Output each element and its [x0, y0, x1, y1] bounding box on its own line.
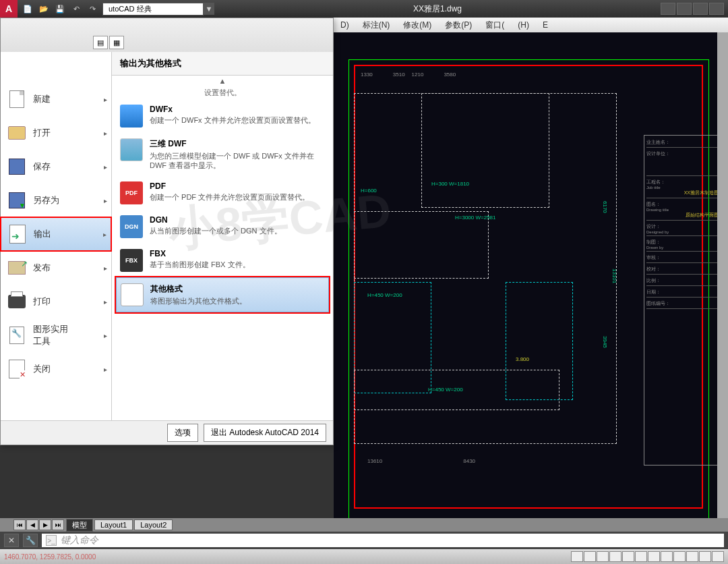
window-controls: [661, 3, 728, 15]
quick-access-toolbar: 📄 📂 💾 ↶ ↷: [18, 3, 102, 15]
options-button[interactable]: 选项: [167, 424, 198, 442]
tb-label: 图名：: [646, 201, 719, 208]
ortho-toggle[interactable]: [597, 551, 609, 562]
tab-nav-prev-icon[interactable]: ◀: [26, 519, 38, 530]
dwfx-icon: [120, 105, 143, 128]
layout2-tab[interactable]: Layout2: [134, 519, 173, 530]
room-label: H=450 W=200: [428, 387, 463, 393]
model-toggle[interactable]: [699, 551, 711, 562]
room-outline: [421, 93, 549, 208]
cmd-config-icon[interactable]: 🔧: [23, 534, 38, 547]
menu-item[interactable]: 标注(N): [356, 18, 397, 32]
disk-icon: [6, 156, 28, 177]
menu-item[interactable]: 参数(P): [438, 18, 479, 32]
vertical-scrollbar[interactable]: [717, 32, 728, 521]
export-entry-dgn[interactable]: DGNDGN从当前图形创建一个或多个 DGN 文件。: [116, 210, 329, 244]
recent-docs-icon[interactable]: ▤: [93, 36, 108, 49]
room-label: H=3000 W=2581: [455, 215, 496, 221]
chevron-right-icon: ▸: [104, 163, 107, 171]
otrack-toggle[interactable]: [635, 551, 647, 562]
cmd-prompt-icon[interactable]: >_: [46, 535, 57, 546]
open-docs-icon[interactable]: ▦: [109, 36, 124, 49]
entry-title: DWFx: [150, 105, 315, 114]
qat-redo-icon[interactable]: ↷: [85, 3, 100, 15]
tb-firm: 设计单位：: [646, 149, 719, 176]
export-entry-dwf3d[interactable]: 三维 DWF为您的三维模型创建一个 DWF 或 DWFx 文件并在 DWF 查看…: [116, 133, 329, 176]
menu-item[interactable]: D): [334, 19, 356, 31]
app-logo[interactable]: A: [0, 0, 18, 18]
appmenu-item-print[interactable]: 打印▸: [1, 285, 111, 318]
dimension-text: 3945: [602, 336, 608, 348]
appmenu-item-label: 打开: [33, 127, 51, 139]
tab-nav-last-icon[interactable]: ⏭: [52, 519, 64, 530]
diskarrow-icon: [6, 190, 28, 211]
chevron-right-icon: ▸: [103, 231, 107, 238]
appmenu-item-label: 保存: [33, 161, 51, 173]
tab-nav-next-icon[interactable]: ▶: [39, 519, 51, 530]
menu-item[interactable]: E: [536, 19, 555, 31]
workspace-dropdown-icon[interactable]: ▼: [204, 3, 214, 15]
ducs-toggle[interactable]: [648, 551, 660, 562]
appmenu-item-tools[interactable]: 图形实用 工具▸: [1, 318, 111, 352]
dyn-toggle[interactable]: [661, 551, 673, 562]
drawing-area[interactable]: 1330 3510 1210 3580 H=600 H=300 W=1810 H…: [334, 32, 728, 532]
export-entry-fbx[interactable]: FBXFBX基于当前图形创建 FBX 文件。: [116, 244, 329, 277]
appmenu-item-publish[interactable]: 发布▸: [1, 251, 111, 285]
exit-button[interactable]: 退出 Autodesk AutoCAD 2014: [204, 424, 326, 442]
appmenu-item-disk[interactable]: 保存▸: [1, 150, 111, 184]
close-icon[interactable]: [709, 3, 724, 15]
scroll-up-indicator[interactable]: ▲: [116, 76, 329, 86]
room-outline: [354, 211, 489, 279]
dimension-text: 1330: [361, 72, 373, 78]
tb-date: 日期：: [646, 287, 719, 298]
cmd-close-icon[interactable]: ✕: [4, 534, 19, 547]
entry-title: 三维 DWF: [150, 138, 325, 150]
tools-icon: [6, 325, 28, 346]
print-icon: [6, 291, 28, 312]
workspace-selector[interactable]: utoCAD 经典: [102, 3, 204, 16]
snap-toggle[interactable]: [571, 551, 583, 562]
anno-toggle[interactable]: [712, 551, 724, 562]
chevron-right-icon: ▸: [104, 130, 107, 137]
help-icon[interactable]: [661, 3, 675, 15]
appmenu-item-folder[interactable]: 打开▸: [1, 116, 111, 150]
grid-toggle[interactable]: [584, 551, 596, 562]
export-entry-dwfx[interactable]: DWFx创建一个 DWFx 文件并允许您设置页面设置替代。: [116, 99, 329, 133]
appmenu-top: ▤ ▦: [1, 18, 333, 52]
dimension-text: 3580: [444, 72, 456, 78]
menu-item[interactable]: 窗口(: [479, 18, 511, 32]
export-entry-other[interactable]: 其他格式将图形输出为其他文件格式。: [116, 277, 329, 312]
dimension-text: 6170: [602, 201, 608, 213]
menu-item[interactable]: 修改(M): [396, 18, 438, 32]
dwf3d-icon: [120, 138, 143, 161]
appmenu-item-close[interactable]: 关闭▸: [1, 352, 111, 386]
menu-item[interactable]: (H): [511, 19, 536, 31]
layout1-tab[interactable]: Layout1: [94, 519, 133, 530]
qat-open-icon[interactable]: 📂: [36, 3, 51, 15]
qat-save-icon[interactable]: 💾: [53, 3, 67, 15]
export-entry-pdf[interactable]: PDFPDF创建一个 PDF 文件并允许您设置页面设置替代。: [116, 176, 329, 210]
entry-desc: 从当前图形创建一个或多个 DGN 文件。: [150, 226, 282, 235]
dimension-text: 8430: [463, 458, 475, 464]
qat-undo-icon[interactable]: ↶: [69, 3, 84, 15]
polar-toggle[interactable]: [609, 551, 621, 562]
appmenu-item-diskarrow[interactable]: 另存为▸: [1, 184, 111, 217]
restore-icon[interactable]: [693, 3, 708, 15]
lwt-toggle[interactable]: [673, 551, 686, 562]
minimize-icon[interactable]: [677, 3, 692, 15]
command-placeholder: 键入命令: [61, 534, 98, 546]
entry-title: DGN: [150, 215, 282, 225]
appmenu-item-label: 输出: [34, 228, 51, 240]
qp-toggle[interactable]: [686, 551, 698, 562]
osnap-toggle[interactable]: [622, 551, 634, 562]
qat-new-icon[interactable]: 📄: [20, 3, 35, 15]
appmenu-item-file[interactable]: 新建▸: [1, 82, 111, 116]
tb-value: XX雅居木制造图: [646, 190, 719, 196]
command-input[interactable]: >_ 键入命令: [42, 534, 724, 547]
appmenu-item-export[interactable]: 输出▸: [1, 217, 111, 251]
application-menu: ▤ ▦ 新建▸打开▸保存▸另存为▸输出▸发布▸打印▸图形实用 工具▸关闭▸ 输出…: [0, 18, 334, 445]
tab-nav-first-icon[interactable]: ⏮: [13, 519, 26, 530]
entry-title: FBX: [150, 249, 250, 258]
model-tab[interactable]: 模型: [66, 519, 93, 532]
tb-drawn: 制图： Drawn by: [646, 237, 719, 252]
